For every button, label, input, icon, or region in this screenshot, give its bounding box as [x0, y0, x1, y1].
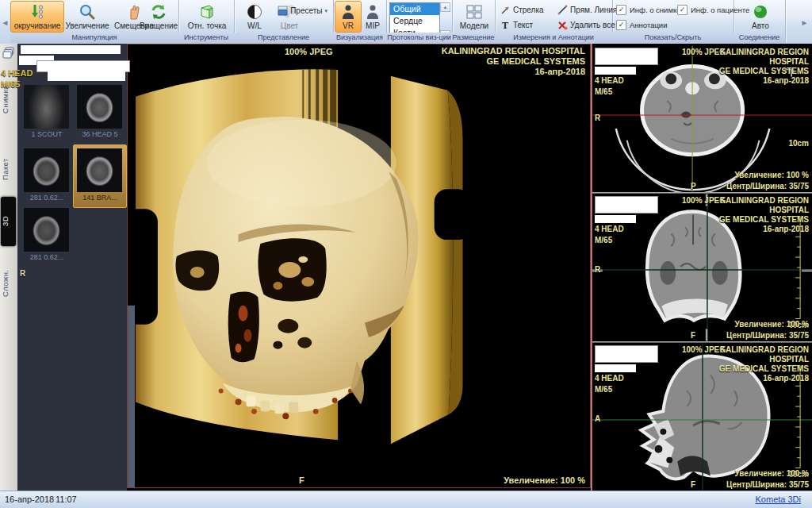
series-label: 4 HEAD [1, 68, 33, 78]
group-caption: Представление [234, 33, 333, 43]
sagittal-viewport[interactable]: 4 HEAD M/65 100% JPEG KALININGRAD REGION… [592, 343, 812, 491]
redaction-bar [595, 67, 636, 75]
hospital-name-label: KALININGRAD REGION HOSPITAL [442, 46, 585, 56]
group-view: W/L Цвет Пресеты ▾ Представление [234, 0, 334, 43]
arrow-annotation-button[interactable]: Стрелка [498, 4, 546, 16]
zoom-factor-label: Увеличение: 100 % [735, 469, 810, 478]
group-show-hide: ✓ Инф. о снимке ✓ Инф. о пациенте ✓ Анно… [612, 0, 734, 43]
hospital-name-label: HOSPITAL [769, 57, 809, 66]
redaction-bar [595, 215, 636, 223]
sex-age-label: M/65 [595, 236, 612, 244]
ribbon-scroll-left-icon[interactable]: ◄ [0, 14, 10, 30]
group-caption: Размещение [452, 33, 495, 43]
orientation-marker: F [691, 480, 695, 489]
status-date: 16-апр-2018 [5, 495, 54, 504]
protocol-item-selected[interactable]: Общий [390, 3, 439, 15]
coronal-viewport[interactable]: 4 HEAD M/65 100% JPEG KALININGRAD REGION… [592, 194, 812, 341]
group-connection: Авто Соединение [733, 0, 786, 43]
group-visualization: VR MIP Визуализация [333, 0, 387, 43]
group-caption: Инструменты [178, 33, 234, 43]
skull-volume-render [128, 44, 590, 487]
window-level-label: Центр/Ширина: 35/75 [726, 182, 809, 190]
magnifier-icon [79, 3, 96, 21]
presets-icon [278, 6, 288, 16]
manufacturer-label: GE MEDICAL SYSTEMS [719, 215, 809, 224]
thumbnail-label[interactable]: 1 SCOUT [22, 130, 71, 138]
ribbon-toolbar: ◄ ► окручивание Увеличение Смещение Вращ… [0, 0, 812, 44]
auto-connection-button[interactable]: Авто [741, 2, 779, 32]
reference-frame-icon [198, 3, 216, 21]
study-date-label: 16-апр-2018 [763, 225, 809, 233]
thumbnail-label[interactable]: 281 0.62... [22, 253, 71, 261]
status-time: 11:07 [56, 495, 77, 504]
thumbnail-label[interactable]: 141 BRA... [75, 194, 124, 202]
window-level-button[interactable]: W/L [237, 2, 272, 32]
manufacturer-label: GE MEDICAL SYSTEMS [719, 67, 809, 75]
redaction-bar [595, 364, 636, 372]
annotations-checkbox[interactable]: ✓ Аннотации [616, 20, 668, 30]
zoom-factor-label: Увеличение: 100 % [735, 171, 810, 179]
kometa-link[interactable]: Kometa 3Di [756, 495, 801, 504]
thumbnail-scout[interactable] [24, 85, 69, 129]
series-label: 4 HEAD [595, 76, 624, 85]
text-tool-icon: T [500, 20, 511, 30]
thumbnail-image[interactable] [77, 148, 122, 192]
mip-mode-button[interactable]: MIP [360, 2, 385, 32]
text-annotation-button[interactable]: T Текст [498, 19, 535, 31]
status-bar: 16-апр-2018 11:07 Kometa 3Di [0, 491, 812, 508]
thumbnail-thin-slice[interactable] [24, 148, 69, 192]
delete-all-button[interactable]: Удалить все [555, 19, 618, 31]
thumbnail-selected-brain[interactable]: 141 BRA... [73, 144, 127, 208]
thumbnail-label[interactable]: 36 HEAD 5 [75, 130, 124, 138]
thumbnail-head[interactable] [77, 85, 122, 129]
redaction-bar [36, 60, 130, 72]
group-placement: Модели Размещение [452, 0, 496, 43]
orientation-marker: F [691, 331, 695, 340]
manufacturer-label: GE MEDICAL SYSTEMS [487, 56, 585, 66]
viewport-divider[interactable] [591, 44, 592, 491]
layout-models-button[interactable]: Модели [454, 2, 494, 32]
zoom-tool-button[interactable]: Увеличение [61, 2, 113, 32]
presets-button[interactable]: Пресеты ▾ [275, 5, 330, 17]
tab-complex[interactable]: Сложн. [1, 260, 16, 307]
vr-3d-viewport[interactable]: 100% JPEG KALININGRAD REGION HOSPITAL GE… [127, 44, 591, 488]
checkbox-checked-icon[interactable]: ✓ [616, 20, 626, 30]
protocol-scroll-up-icon[interactable]: ▲ [440, 2, 450, 12]
tab-3d[interactable]: 3D [1, 197, 16, 246]
tab-batch[interactable]: Пакет [1, 151, 16, 187]
panel-separator[interactable] [592, 192, 812, 194]
redaction-bar [21, 45, 121, 54]
hospital-name-label: HOSPITAL [769, 206, 809, 214]
orientation-marker: A [595, 414, 600, 423]
arrow-annotation-icon [500, 5, 511, 15]
panel-separator[interactable] [592, 341, 812, 343]
image-info-checkbox[interactable]: ✓ Инф. о снимке [616, 5, 680, 15]
scroll-wheel-icon [29, 3, 46, 21]
reference-point-button[interactable]: Отн. точка [183, 2, 231, 32]
protocol-item[interactable]: Сердце [390, 15, 439, 27]
zoom-factor-label: Увеличение: 100 % [735, 320, 810, 329]
thumbnail-thin-slice[interactable] [24, 208, 69, 252]
orientation-marker-f: F [299, 475, 304, 485]
rotate-tool-button[interactable]: Вращение [136, 2, 182, 32]
series-stack-icon[interactable] [2, 47, 15, 60]
scroll-tool-button[interactable]: окручивание [10, 1, 64, 33]
ribbon-scroll-right-icon[interactable]: ► [799, 14, 810, 30]
redaction-bar [595, 345, 658, 363]
scale-label: 10cm [788, 139, 809, 148]
hospital-name-label: KALININGRAD REGION [720, 48, 809, 56]
line-tool-icon [557, 5, 568, 15]
redaction-bar [48, 71, 125, 81]
left-tab-strip: Снимки Пакет 3D Сложн. [0, 44, 18, 491]
vr-mode-button[interactable]: VR [335, 1, 362, 33]
orientation-marker-r: R [20, 269, 25, 278]
sex-age-label: M/65 [595, 385, 612, 394]
checkbox-checked-icon[interactable]: ✓ [616, 5, 626, 15]
checkbox-checked-icon[interactable]: ✓ [677, 5, 688, 15]
layout-grid-icon [465, 3, 483, 21]
thumbnail-sidebar: 1 SCOUT 36 HEAD 5 281 0.62... 141 BRA...… [17, 44, 127, 491]
group-caption: Протоколы виз-ции [386, 33, 452, 43]
thumbnail-label[interactable]: 281 0.62... [22, 194, 71, 202]
axial-viewport[interactable]: 4 HEAD M/65 100% JPEG KALININGRAD REGION… [592, 45, 812, 192]
rotate-arrows-icon [150, 3, 167, 21]
